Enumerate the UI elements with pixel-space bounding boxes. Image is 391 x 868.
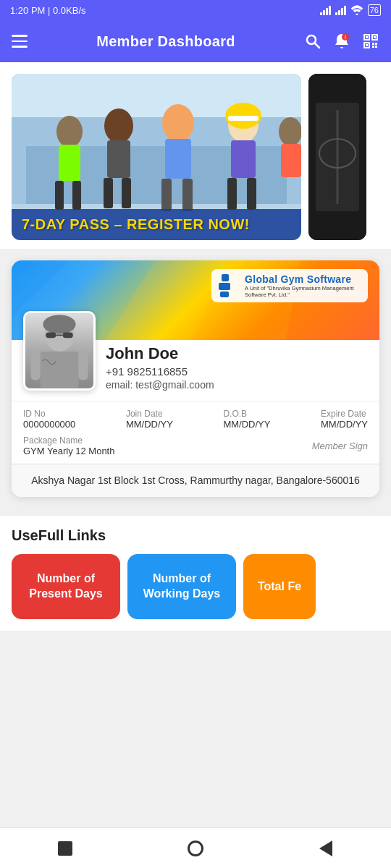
card-address: Akshya Nagar 1st Block 1st Cross, Rammur… — [23, 473, 368, 488]
svg-rect-20 — [59, 145, 80, 181]
svg-rect-14 — [375, 46, 377, 48]
id-value: 0000000000 — [23, 419, 75, 430]
status-time: 1:20 PM | 0.0KB/s — [10, 5, 86, 16]
wifi-icon — [350, 5, 363, 15]
logo-icon — [219, 274, 239, 297]
nav-home-button[interactable] — [185, 838, 206, 859]
nav-square-icon — [58, 841, 72, 856]
status-bar: 1:20 PM | 0.0KB/s 76 — [0, 0, 391, 20]
svg-rect-29 — [161, 179, 172, 211]
svg-rect-8 — [366, 36, 368, 38]
svg-rect-56 — [41, 352, 79, 388]
dob-value: MM/DD/YY — [223, 419, 270, 430]
join-value: MM/DD/YY — [126, 419, 173, 430]
svg-point-27 — [162, 104, 194, 142]
app-bar-icons: ! — [304, 33, 379, 50]
useful-links-section: UseFull Links Number of Present Days Num… — [0, 516, 391, 631]
svg-rect-58 — [78, 353, 88, 380]
package-value: GYM Yearly 12 Month — [23, 446, 114, 456]
member-phone: +91 9825116855 — [106, 365, 368, 378]
package-label: Package Name — [23, 435, 114, 446]
svg-line-2 — [315, 43, 319, 48]
member-avatar — [25, 311, 93, 391]
svg-rect-22 — [72, 181, 81, 210]
member-info: John Doe +91 9825116855 email: test@gmai… — [96, 340, 368, 391]
present-days-button[interactable]: Number of Present Days — [12, 554, 120, 619]
banner-main[interactable]: 7-DAY PASS – REGISTER NOW! — [12, 74, 301, 240]
app-bar: Member Dashboard ! — [0, 20, 391, 62]
battery-icon: 76 — [368, 4, 381, 16]
card-footer: Akshya Nagar 1st Block 1st Cross, Rammur… — [12, 464, 379, 497]
member-photo — [23, 311, 96, 391]
join-detail: Join Date MM/DD/YY — [126, 409, 173, 430]
svg-rect-53 — [46, 333, 56, 339]
menu-icon[interactable] — [12, 35, 28, 48]
member-name: John Doe — [106, 344, 368, 363]
card-logo-text: Global Gym Software A Unit of "Dhruvika … — [245, 273, 361, 298]
useful-links-title: UseFull Links — [12, 527, 379, 544]
details-row-1: ID No 0000000000 Join Date MM/DD/YY D.O.… — [23, 409, 368, 430]
svg-rect-25 — [104, 178, 113, 208]
id-detail: ID No 0000000000 — [23, 409, 75, 430]
member-card-section: Global Gym Software A Unit of "Dhruvika … — [0, 249, 391, 509]
svg-rect-11 — [372, 43, 374, 45]
nav-back-icon — [319, 841, 332, 856]
search-icon[interactable] — [304, 33, 321, 50]
svg-rect-33 — [231, 140, 256, 178]
svg-rect-34 — [227, 178, 237, 210]
join-label: Join Date — [126, 409, 173, 419]
svg-rect-57 — [31, 353, 41, 380]
card-logo: Global Gym Software A Unit of "Dhruvika … — [211, 269, 368, 302]
dob-label: D.O.B — [223, 409, 270, 419]
logo-main-text: Global Gym Software — [245, 273, 361, 285]
svg-rect-28 — [165, 139, 191, 179]
banner-side[interactable] — [308, 74, 366, 240]
svg-point-0 — [356, 14, 358, 16]
svg-rect-26 — [122, 178, 131, 208]
expire-detail: Expire Date MM/DD/YY — [321, 409, 368, 430]
bottom-nav — [0, 827, 391, 868]
member-email: email: test@gmail.coom — [106, 379, 368, 391]
svg-text:!: ! — [345, 35, 346, 40]
banner-side-image — [308, 74, 366, 240]
status-icons: 76 — [320, 4, 381, 16]
member-sign: Member Sign — [312, 441, 368, 451]
banner-text-overlay: 7-DAY PASS – REGISTER NOW! — [12, 209, 301, 240]
nav-square-button[interactable] — [55, 838, 75, 859]
signal-icon-2 — [335, 6, 346, 15]
logo-sub-text: A Unit of "Dhruvika Gymnasium Management… — [245, 285, 361, 298]
svg-rect-10 — [366, 44, 368, 46]
svg-rect-21 — [55, 181, 64, 210]
svg-point-37 — [279, 117, 301, 146]
expire-value: MM/DD/YY — [321, 419, 368, 430]
svg-point-52 — [43, 315, 75, 333]
banner-section: 7-DAY PASS – REGISTER NOW! — [0, 62, 391, 249]
svg-point-23 — [104, 109, 133, 143]
page-title: Member Dashboard — [36, 33, 295, 50]
working-days-button[interactable]: Number of Working Days — [127, 554, 236, 619]
qr-icon[interactable] — [362, 33, 379, 50]
card-details: ID No 0000000000 Join Date MM/DD/YY D.O.… — [12, 401, 379, 464]
svg-rect-9 — [374, 36, 376, 38]
svg-rect-13 — [372, 46, 374, 48]
svg-rect-35 — [247, 178, 256, 210]
svg-rect-24 — [107, 140, 130, 178]
svg-point-19 — [56, 116, 83, 148]
svg-rect-54 — [63, 333, 73, 339]
banner-text: 7-DAY PASS – REGISTER NOW! — [22, 216, 250, 232]
svg-rect-12 — [375, 43, 377, 45]
expire-label: Expire Date — [321, 409, 368, 419]
package-info: Package Name GYM Yearly 12 Month — [23, 435, 114, 456]
signal-icon-1 — [320, 6, 331, 15]
total-fee-button[interactable]: Total Fe — [243, 554, 316, 619]
notification-icon[interactable]: ! — [333, 33, 350, 50]
nav-back-button[interactable] — [316, 838, 336, 859]
nav-circle-icon — [188, 841, 203, 856]
links-row: Number of Present Days Number of Working… — [12, 554, 379, 619]
member-card: Global Gym Software A Unit of "Dhruvika … — [12, 260, 379, 497]
svg-rect-38 — [281, 144, 301, 177]
package-row: Package Name GYM Yearly 12 Month Member … — [23, 435, 368, 456]
svg-rect-36 — [228, 116, 258, 121]
card-body: John Doe +91 9825116855 email: test@gmai… — [12, 340, 379, 401]
id-label: ID No — [23, 409, 75, 419]
